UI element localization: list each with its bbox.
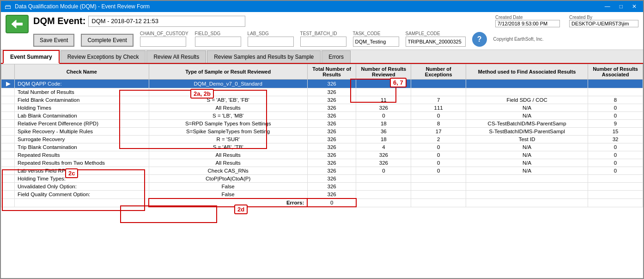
- row-num-reviewed: 18: [356, 120, 411, 128]
- row-method: [466, 191, 588, 199]
- row-type: S = 'AB', 'TB': [149, 143, 307, 151]
- row-total: 326: [307, 136, 356, 143]
- event-section: DQM Event: Created Date Created By Save …: [33, 15, 638, 47]
- event-title-row: DQM Event: Created Date Created By: [33, 15, 638, 27]
- field-sdg-input[interactable]: [195, 37, 241, 47]
- complete-event-button[interactable]: Complete Event: [81, 34, 133, 47]
- row-check-name: Lab versus Field RPD: [15, 167, 149, 175]
- created-date-block: Created Date: [495, 15, 560, 27]
- row-num-associated: [588, 191, 643, 199]
- created-date-input[interactable]: [495, 20, 560, 27]
- maximize-btn[interactable]: □: [617, 3, 626, 10]
- created-section: Created Date Created By: [495, 15, 638, 27]
- col-header-num-reviewed: Number of Results Reviewed: [356, 64, 411, 80]
- table-row[interactable]: Trip Blank Contamination S = 'AB', 'TB' …: [1, 143, 643, 151]
- row-arrow: [1, 104, 15, 112]
- row-exceptions: 0: [411, 167, 466, 175]
- row-method: Field SDG / COC: [466, 96, 588, 104]
- row-exceptions: 111: [411, 104, 466, 112]
- row-check-name: Lab Blank Contamination: [15, 112, 149, 120]
- table-row[interactable]: Field Blank Contamination S = 'AB', 'EB'…: [1, 96, 643, 104]
- task-code-group: TASK_CODE: [353, 31, 399, 47]
- row-check-name: Field Blank Contamination: [15, 96, 149, 104]
- row-arrow: [1, 120, 15, 128]
- sample-code-input[interactable]: [406, 37, 466, 47]
- svg-rect-1: [15, 23, 23, 25]
- row-exceptions: [411, 88, 466, 96]
- table-row[interactable]: Repeated Results from Two Methods All Re…: [1, 159, 643, 167]
- tab-review-all-results[interactable]: Review All Results: [146, 50, 206, 63]
- row-num-associated: 0: [588, 167, 643, 175]
- row-num-associated: 0: [588, 104, 643, 112]
- row-total: 326: [307, 167, 356, 175]
- table-row[interactable]: Holding Time Types: CtoP|PtoA|CtoA(P) 32…: [1, 175, 643, 183]
- table-row[interactable]: Holding Times All Results 326 326 111 N/…: [1, 104, 643, 112]
- tabs-bar: Event Summary Review Exceptions by Check…: [1, 50, 643, 64]
- help-button[interactable]: ?: [472, 32, 487, 47]
- lab-sdg-input[interactable]: [248, 37, 294, 47]
- table-row[interactable]: Total Number of Results 326: [1, 88, 643, 96]
- row-exceptions: 2: [411, 136, 466, 143]
- table-row[interactable]: Relative Percent Difference (RPD) S=RPD …: [1, 120, 643, 128]
- row-type: S = 'AB', 'EB', 'FB': [149, 96, 307, 104]
- chain-of-custody-label: CHAIN_OF_CUSTODY: [140, 31, 188, 36]
- sample-code-group: SAMPLE_CODE: [406, 31, 466, 47]
- table-row[interactable]: Lab Blank Contamination S = 'LB', 'MB' 3…: [1, 112, 643, 120]
- row-arrow: [1, 128, 15, 136]
- row-exceptions: 8: [411, 120, 466, 128]
- row-total: 326: [307, 128, 356, 136]
- row-arrow: [1, 112, 15, 120]
- header-area: DQM Event: Created Date Created By Save …: [1, 12, 643, 50]
- chain-of-custody-input[interactable]: [140, 37, 186, 47]
- lab-sdg-group: LAB_SDG: [248, 31, 294, 47]
- window-controls: — □ ✕: [602, 3, 639, 10]
- col-header-exceptions: Number of Exceptions: [411, 64, 466, 80]
- row-num-reviewed: 0: [356, 112, 411, 120]
- row-type: CtoP|PtoA|CtoA(P): [149, 175, 307, 183]
- tab-event-summary[interactable]: Event Summary: [3, 50, 60, 64]
- row-num-reviewed: 36: [356, 128, 411, 136]
- table-row[interactable]: Repeated Results All Results 326 326 0 N…: [1, 151, 643, 159]
- row-exceptions: [411, 191, 466, 199]
- table-row[interactable]: Field Quality Comment Option: False 326: [1, 191, 643, 199]
- table-row[interactable]: Spike Recovery - Multiple Rules S=Spike …: [1, 128, 643, 136]
- table-row[interactable]: Unvalidated Only Option: False 326: [1, 183, 643, 191]
- minimize-btn[interactable]: —: [602, 3, 613, 10]
- created-by-input[interactable]: [569, 20, 638, 27]
- test-batch-id-input[interactable]: [300, 37, 346, 47]
- table-row[interactable]: Lab versus Field RPD Check CAS_RNs 326 0…: [1, 167, 643, 175]
- col-header-check-name: Check Name: [15, 64, 149, 80]
- close-btn[interactable]: ✕: [629, 3, 639, 10]
- row-type: False: [149, 191, 307, 199]
- row-arrow: [1, 143, 15, 151]
- filter-row: Save Event Complete Event CHAIN_OF_CUSTO…: [33, 31, 638, 47]
- test-batch-id-label: TEST_BATCH_ID: [300, 31, 346, 36]
- row-type: S=RPD Sample Types from Settings: [149, 120, 307, 128]
- row-total: 326: [307, 96, 356, 104]
- tab-errors[interactable]: Errors: [322, 50, 351, 63]
- row-num-reviewed: [356, 191, 411, 199]
- row-type: All Results: [149, 104, 307, 112]
- row-check-name: Unvalidated Only Option:: [15, 183, 149, 191]
- row-errors-label: [15, 198, 149, 207]
- chain-of-custody-group: CHAIN_OF_CUSTODY: [140, 31, 188, 47]
- row-num-reviewed: 11: [356, 96, 411, 104]
- row-arrow: ▶: [1, 80, 15, 88]
- table-row[interactable]: Errors: 0: [1, 198, 643, 207]
- table-row[interactable]: Surrogate Recovery R = 'SUR' 326 18 2 Te…: [1, 136, 643, 143]
- row-check-name: Field Quality Comment Option:: [15, 191, 149, 199]
- row-empty3: [466, 198, 588, 207]
- table-row[interactable]: ▶ DQM QAPP Code: DQM_Demo_v7_0_Standard …: [1, 80, 643, 88]
- col-header-method: Method used to Find Associated Results: [466, 64, 588, 80]
- row-empty2: [411, 198, 466, 207]
- tab-review-exceptions[interactable]: Review Exceptions by Check: [61, 50, 146, 63]
- tab-review-samples[interactable]: Review Samples and Results by Sample: [207, 50, 321, 63]
- row-method: [466, 88, 588, 96]
- save-event-button[interactable]: Save Event: [33, 34, 74, 47]
- task-code-input[interactable]: [353, 37, 399, 47]
- dqm-event-input[interactable]: [88, 16, 245, 27]
- row-errors-key: Errors:: [149, 198, 307, 207]
- row-total: 326: [307, 112, 356, 120]
- back-button[interactable]: [6, 15, 29, 33]
- row-num-associated: 0: [588, 159, 643, 167]
